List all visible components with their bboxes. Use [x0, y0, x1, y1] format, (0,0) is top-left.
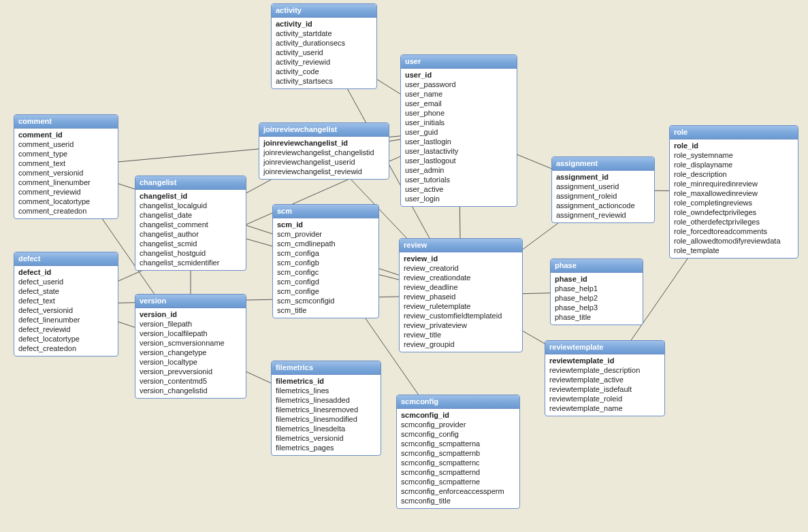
field: phase_title: [555, 312, 639, 322]
field: activity_startdate: [276, 29, 372, 38]
field: filemetrics_linesmodified: [276, 414, 376, 424]
connector-line: [377, 80, 400, 94]
entity-title: scm: [273, 205, 378, 218]
field: comment_reviewid: [18, 187, 114, 197]
entity-filemetrics[interactable]: filemetricsfilemetrics_idfilemetrics_lin…: [271, 361, 381, 456]
field: assignment_actioncode: [556, 201, 650, 210]
field: role_forcedtoreadcomments: [674, 227, 794, 236]
field: review_creatorid: [404, 263, 518, 273]
field: phase_help3: [555, 303, 639, 312]
entity-title: defect: [14, 252, 118, 266]
entity-fields: scm_idscm_providerscm_cmdlinepathscm_con…: [273, 218, 378, 318]
entity-fields: review_idreview_creatoridreview_creation…: [400, 252, 522, 352]
field: joinreviewchangelist_changelistid: [263, 148, 385, 157]
field: filemetrics_pages: [276, 443, 376, 452]
entity-changelist[interactable]: changelistchangelist_idchangelist_localg…: [135, 176, 246, 271]
entity-fields: role_idrole_systemnamerole_displaynamero…: [670, 139, 798, 258]
field: activity_userid: [276, 48, 372, 57]
entity-fields: phase_idphase_help1phase_help2phase_help…: [551, 273, 643, 325]
entity-title: phase: [551, 259, 643, 273]
entity-assignment[interactable]: assignmentassignment_idassignment_userid…: [551, 156, 655, 223]
field: changelist_comment: [140, 220, 242, 229]
field: role_allowedtomodifyreviewdata: [674, 236, 794, 246]
field: activity_code: [276, 67, 372, 76]
entity-fields: user_iduser_passworduser_nameuser_emailu…: [401, 69, 517, 206]
field: changelist_id: [140, 191, 242, 201]
field: role_systemname: [674, 150, 794, 160]
field: scmconfig_enforceaccessperm: [401, 486, 515, 496]
field: review_privateview: [404, 320, 518, 330]
field: user_lastlogin: [405, 137, 513, 146]
field: scmconfig_scmpatternb: [401, 448, 515, 458]
field: user_name: [405, 89, 513, 99]
connector-line: [246, 372, 271, 384]
field: scm_configb: [277, 258, 374, 267]
entity-title: user: [401, 55, 517, 69]
field: defect_reviewid: [18, 325, 114, 334]
field: version_changetype: [140, 348, 242, 357]
field: scmconfig_scmpatterne: [401, 477, 515, 486]
entity-review[interactable]: reviewreview_idreview_creatoridreview_cr…: [399, 238, 523, 352]
entity-title: scmconfig: [397, 395, 519, 409]
entity-role[interactable]: rolerole_idrole_systemnamerole_displayna…: [669, 125, 798, 259]
field: review_phaseid: [404, 292, 518, 301]
field: scmconfig_id: [401, 410, 515, 420]
entity-reviewtemplate[interactable]: reviewtemplatereviewtemplate_idreviewtem…: [545, 340, 665, 416]
field: user_initials: [405, 118, 513, 127]
field: version_id: [140, 310, 242, 319]
field: filemetrics_linesdelta: [276, 424, 376, 433]
entity-defect[interactable]: defectdefect_iddefect_useriddefect_state…: [14, 252, 118, 356]
field: role_description: [674, 169, 794, 179]
entity-comment[interactable]: commentcomment_idcomment_useridcomment_t…: [14, 114, 118, 219]
field: role_maxallowedinreview: [674, 188, 794, 198]
entity-title: version: [135, 295, 246, 308]
entity-user[interactable]: useruser_iduser_passworduser_nameuser_em…: [400, 54, 517, 207]
field: filemetrics_versionid: [276, 433, 376, 443]
field: version_prevversionid: [140, 367, 242, 376]
field: joinreviewchangelist_id: [263, 138, 385, 148]
entity-title: comment: [14, 115, 118, 129]
connector-line: [459, 207, 460, 238]
field: scmconfig_scmpatterna: [401, 439, 515, 448]
field: role_completingreviews: [674, 198, 794, 207]
entity-joinreviewchangelist[interactable]: joinreviewchangelistjoinreviewchangelist…: [259, 122, 389, 180]
field: activity_startsecs: [276, 76, 372, 86]
field: user_email: [405, 99, 513, 108]
field: phase_id: [555, 274, 639, 284]
entity-fields: defect_iddefect_useriddefect_statedefect…: [14, 266, 118, 356]
entity-fields: version_idversion_filepathversion_localf…: [135, 308, 246, 398]
field: scm_confige: [277, 286, 374, 296]
field: defect_userid: [18, 277, 114, 286]
field: user_lastactivity: [405, 146, 513, 156]
entity-scmconfig[interactable]: scmconfigscmconfig_idscmconfig_providers…: [396, 395, 520, 509]
entity-activity[interactable]: activityactivity_idactivity_startdateact…: [271, 3, 377, 89]
connector-line: [517, 154, 551, 169]
field: scm_title: [277, 305, 374, 315]
entity-title: activity: [272, 4, 376, 18]
entity-fields: reviewtemplate_idreviewtemplate_descript…: [545, 354, 664, 416]
field: user_tutorials: [405, 175, 513, 184]
field: assignment_roleid: [556, 191, 650, 201]
entity-fields: assignment_idassignment_useridassignment…: [552, 171, 654, 222]
field: scmconfig_title: [401, 496, 515, 505]
field: reviewtemplate_isdefault: [549, 384, 660, 394]
field: role_owndefectprivileges: [674, 207, 794, 217]
field: comment_createdon: [18, 206, 114, 216]
field: role_template: [674, 246, 794, 255]
field: assignment_id: [556, 172, 650, 182]
field: user_active: [405, 184, 513, 194]
field: version_changelistid: [140, 386, 242, 395]
entity-title: review: [400, 239, 522, 252]
field: review_id: [404, 254, 518, 263]
field: defect_state: [18, 286, 114, 296]
entity-scm[interactable]: scmscm_idscm_providerscm_cmdlinepathscm_…: [272, 204, 379, 318]
entity-version[interactable]: versionversion_idversion_filepathversion…: [135, 294, 246, 399]
field: changelist_scmidentifier: [140, 258, 242, 267]
entity-phase[interactable]: phasephase_idphase_help1phase_help2phase…: [550, 259, 643, 325]
field: user_admin: [405, 165, 513, 175]
field: filemetrics_linesadded: [276, 395, 376, 405]
entity-title: reviewtemplate: [545, 341, 664, 354]
field: version_contentmd5: [140, 376, 242, 386]
field: assignment_reviewid: [556, 210, 650, 220]
field: scm_cmdlinepath: [277, 239, 374, 248]
